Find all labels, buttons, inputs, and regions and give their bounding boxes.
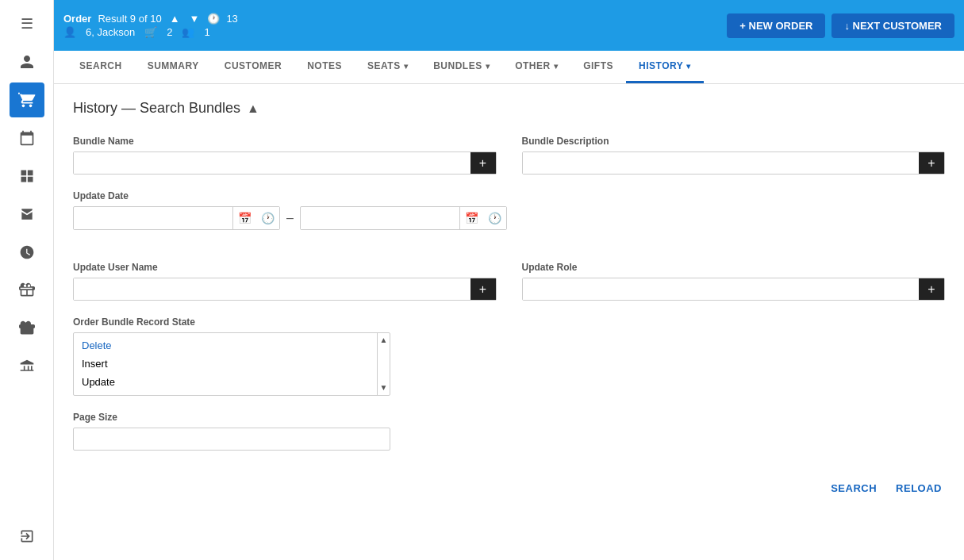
bundle-description-add-btn[interactable]: + <box>919 152 944 174</box>
bundle-name-group: Bundle Name + <box>73 136 497 175</box>
seats-chevron-icon: ▾ <box>404 62 409 71</box>
tab-seats-label: SEATS <box>367 60 401 71</box>
cart-count: 2 <box>167 26 172 38</box>
people-count: 1 <box>204 26 209 38</box>
user-small-icon: 👤 <box>63 26 76 38</box>
gift-large-icon[interactable] <box>10 273 44 308</box>
tab-summary-label: SUMMARY <box>148 60 199 71</box>
bundles-chevron-icon: ▾ <box>486 62 490 71</box>
tab-seats[interactable]: SEATS ▾ <box>355 51 421 83</box>
date-start-wrap: 📅 🕐 <box>73 206 280 230</box>
present-icon[interactable] <box>10 311 44 346</box>
tab-search-label: SEARCH <box>79 60 122 71</box>
date-dash: – <box>286 211 294 225</box>
tab-gifts[interactable]: GIFTS <box>570 51 626 83</box>
date-end-clock-btn[interactable]: 🕐 <box>483 207 506 229</box>
page-size-label: Page Size <box>73 412 945 423</box>
date-start-input[interactable] <box>74 208 232 229</box>
grid-icon[interactable] <box>10 159 44 194</box>
calendar-icon[interactable] <box>10 121 44 155</box>
date-range-row: 📅 🕐 – 📅 🕐 <box>73 206 945 230</box>
header-top-row: Order Result 9 of 10 ▲ ▼ 🕐 13 <box>63 13 238 25</box>
search-button[interactable]: SEARCH <box>828 476 880 501</box>
update-role-input-wrap: + <box>522 278 946 301</box>
bundle-description-label: Bundle Description <box>522 136 946 147</box>
store-icon[interactable] <box>10 197 44 232</box>
header-bottom-row: 👤 6, Jackson 🛒 2 👥 1 <box>63 26 238 38</box>
result-text: Result 9 of 10 <box>98 13 161 25</box>
tab-customer[interactable]: CUSTOMER <box>212 51 294 83</box>
tab-history-label: HISTORY <box>639 60 683 71</box>
collapse-icon[interactable]: ▲ <box>247 102 259 116</box>
date-start-clock-btn[interactable]: 🕐 <box>256 207 279 229</box>
update-role-label: Update Role <box>522 262 946 273</box>
tab-other-label: OTHER <box>515 60 551 71</box>
user-icon[interactable] <box>10 44 44 79</box>
tab-summary[interactable]: SUMMARY <box>135 51 212 83</box>
bundle-description-input[interactable] <box>523 152 920 174</box>
header-left: Order Result 9 of 10 ▲ ▼ 🕐 13 👤 6, Jacks… <box>63 13 238 38</box>
main-content: Order Result 9 of 10 ▲ ▼ 🕐 13 👤 6, Jacks… <box>54 0 964 560</box>
update-user-name-label: Update User Name <box>73 262 497 273</box>
action-row: SEARCH RELOAD <box>73 476 945 501</box>
date-end-input[interactable] <box>301 208 459 229</box>
order-label: Order <box>63 13 91 25</box>
bundle-row: Bundle Name + Bundle Description + <box>73 136 945 175</box>
update-role-add-btn[interactable]: + <box>919 278 944 300</box>
logout-icon[interactable] <box>10 519 44 554</box>
date-end-calendar-btn[interactable]: 📅 <box>459 207 483 229</box>
other-chevron-icon: ▾ <box>554 62 559 71</box>
prev-result-btn[interactable]: ▲ <box>168 13 182 25</box>
tab-notes[interactable]: NOTES <box>294 51 355 83</box>
page-title-text: History — Search Bundles <box>73 100 240 117</box>
bank-icon[interactable] <box>10 349 44 384</box>
date-end-wrap: 📅 🕐 <box>300 206 507 230</box>
bundle-name-input-wrap: + <box>73 152 497 175</box>
record-state-list: Delete Insert Update <box>74 333 377 395</box>
update-user-name-group: Update User Name + <box>73 262 497 301</box>
timer-count: 13 <box>226 13 237 25</box>
bundle-description-group: Bundle Description + <box>522 136 946 175</box>
update-role-group: Update Role + <box>522 262 946 301</box>
tab-notes-label: NOTES <box>307 60 342 71</box>
tab-other[interactable]: OTHER ▾ <box>502 51 570 83</box>
bundle-name-add-btn[interactable]: + <box>470 152 496 174</box>
tab-gifts-label: GIFTS <box>583 60 613 71</box>
update-date-label: Update Date <box>73 190 945 201</box>
record-state-select: Delete Insert Update ▲ ▼ <box>73 332 390 396</box>
record-state-scrollbar: ▲ ▼ <box>377 333 390 395</box>
update-user-name-add-btn[interactable]: + <box>470 278 496 300</box>
record-state-delete[interactable]: Delete <box>74 336 377 355</box>
clock-icon[interactable] <box>10 235 44 270</box>
tab-history[interactable]: HISTORY ▾ <box>626 51 704 83</box>
record-state-update[interactable]: Update <box>74 373 377 391</box>
page-size-input[interactable]: 10 <box>73 428 390 451</box>
scroll-up-btn[interactable]: ▲ <box>378 335 390 346</box>
page-content: History — Search Bundles ▲ Bundle Name +… <box>54 84 964 560</box>
reload-button[interactable]: RELOAD <box>893 476 945 501</box>
cart-icon[interactable] <box>10 82 44 117</box>
record-state-group: Order Bundle Record State Delete Insert … <box>73 316 945 396</box>
scroll-down-btn[interactable]: ▼ <box>378 382 390 393</box>
record-state-insert[interactable]: Insert <box>74 355 377 373</box>
date-start-calendar-btn[interactable]: 📅 <box>232 207 256 229</box>
new-order-button[interactable]: + NEW ORDER <box>727 13 825 38</box>
history-chevron-icon: ▾ <box>686 62 691 71</box>
update-role-input[interactable] <box>523 278 920 300</box>
people-small-icon: 👥 <box>182 26 194 38</box>
customer-name: 6, Jackson <box>86 26 135 38</box>
tab-bundles-label: BUNDLES <box>433 60 482 71</box>
next-customer-button[interactable]: ↓ NEXT CUSTOMER <box>831 13 954 38</box>
bundle-description-input-wrap: + <box>522 152 946 175</box>
update-user-name-input-wrap: + <box>73 278 497 301</box>
user-role-row: Update User Name + Update Role + <box>73 262 945 301</box>
tab-bundles[interactable]: BUNDLES ▾ <box>421 51 502 83</box>
next-result-btn[interactable]: ▼ <box>188 13 202 25</box>
tab-customer-label: CUSTOMER <box>225 60 282 71</box>
nav-tabs: SEARCH SUMMARY CUSTOMER NOTES SEATS ▾ BU… <box>54 51 964 84</box>
bundle-name-label: Bundle Name <box>73 136 497 147</box>
menu-icon[interactable]: ☰ <box>10 6 44 41</box>
tab-search[interactable]: SEARCH <box>67 51 135 83</box>
update-user-name-input[interactable] <box>74 278 470 300</box>
bundle-name-input[interactable] <box>74 152 470 174</box>
